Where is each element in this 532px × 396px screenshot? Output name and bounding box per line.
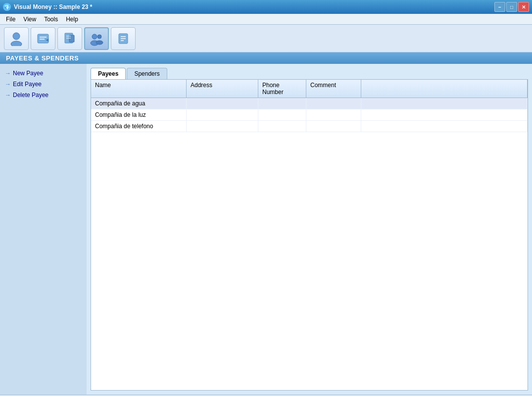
toolbar-btn-payees[interactable]	[84, 27, 109, 50]
svg-point-0	[13, 33, 20, 40]
col-comment: Comment	[306, 80, 361, 98]
svg-point-12	[97, 35, 101, 39]
title-bar: 💎 Visual Money :: Sample 23 * − □ ✕	[0, 0, 532, 14]
sidebar-item-delete-payee[interactable]: → Delete Payee	[0, 90, 87, 100]
table-row[interactable]: Compañia de telefono	[91, 121, 528, 132]
content-area: Payees Spenders Name Address Phone Numbe…	[87, 64, 532, 395]
cell-phone	[258, 98, 306, 109]
sidebar-item-edit-payee[interactable]: → Edit Payee	[0, 79, 87, 90]
section-header: PAYEES & SPENDERS	[0, 52, 532, 64]
toolbar-btn-accounts[interactable]	[4, 27, 29, 50]
app-icon: 💎	[3, 3, 11, 11]
arrow-icon: →	[5, 70, 11, 77]
cell-extra	[361, 98, 528, 109]
menu-bar: File View Tools Help	[0, 14, 532, 25]
minimize-button[interactable]: −	[494, 2, 505, 12]
col-address: Address	[187, 80, 258, 98]
table-header: Name Address Phone Number Comment	[91, 80, 528, 98]
cell-address	[187, 121, 258, 132]
toolbar	[0, 25, 532, 52]
table-body[interactable]: Compañia de agua Compañia de la luz	[91, 98, 528, 390]
cell-address	[187, 98, 258, 109]
menu-view[interactable]: View	[19, 15, 40, 24]
cell-comment	[306, 98, 361, 109]
close-button[interactable]: ✕	[518, 2, 529, 12]
cell-comment	[306, 109, 361, 120]
menu-file[interactable]: File	[2, 15, 19, 24]
cell-extra	[361, 121, 528, 132]
svg-rect-2	[38, 34, 48, 43]
main-content: → New Payee → Edit Payee → Delete Payee …	[0, 64, 532, 395]
col-name: Name	[91, 80, 187, 98]
tab-payees[interactable]: Payees	[91, 68, 126, 79]
sidebar: → New Payee → Edit Payee → Delete Payee	[0, 64, 87, 395]
toolbar-btn-transactions[interactable]	[31, 27, 55, 50]
maximize-button[interactable]: □	[506, 2, 517, 12]
window-title: Visual Money :: Sample 23 *	[14, 3, 93, 10]
arrow-icon: →	[5, 81, 11, 88]
window-controls: − □ ✕	[494, 2, 529, 12]
toolbar-btn-settings[interactable]	[111, 27, 136, 50]
cell-address	[187, 109, 258, 120]
svg-point-1	[11, 41, 22, 46]
arrow-icon: →	[5, 92, 11, 99]
cell-comment	[306, 121, 361, 132]
table-row[interactable]: Compañia de agua	[91, 98, 528, 109]
cell-name: Compañia de telefono	[91, 121, 187, 132]
cell-phone	[258, 109, 306, 120]
payees-table: Name Address Phone Number Comment Compañ…	[91, 79, 528, 391]
cell-name: Compañia de agua	[91, 98, 187, 109]
cell-extra	[361, 109, 528, 120]
svg-point-10	[92, 34, 97, 39]
col-extra	[361, 80, 528, 98]
menu-help[interactable]: Help	[62, 15, 82, 24]
tab-bar: Payees Spenders	[91, 68, 528, 79]
col-phone: Phone Number	[258, 80, 306, 98]
cell-name: Compañia de la luz	[91, 109, 187, 120]
table-row[interactable]: Compañia de la luz	[91, 109, 528, 121]
cell-phone	[258, 121, 306, 132]
sidebar-item-new-payee[interactable]: → New Payee	[0, 68, 87, 79]
toolbar-btn-reports[interactable]	[57, 27, 82, 50]
svg-point-13	[96, 41, 103, 45]
tab-spenders[interactable]: Spenders	[127, 68, 167, 79]
menu-tools[interactable]: Tools	[40, 15, 62, 24]
